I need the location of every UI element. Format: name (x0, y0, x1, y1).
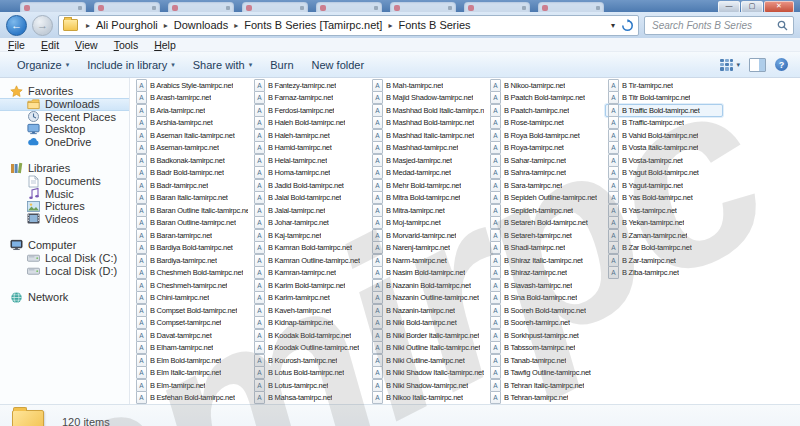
file-item[interactable]: B Vosta-tamirpc.net (605, 154, 723, 167)
file-item[interactable]: B Mitra-tamirpc.net (369, 204, 487, 217)
file-item[interactable]: B Traffic-tamirpc.net (605, 117, 723, 130)
file-item[interactable]: B Yagut-tamirpc.net (605, 179, 723, 192)
file-item[interactable]: B Sahar-tamirpc.net (487, 154, 605, 167)
menu-item-help[interactable]: Help (154, 39, 176, 51)
file-item[interactable]: B Lotus-tamirpc.net (251, 379, 369, 392)
file-item[interactable]: B Jadid Bold-tamirpc.net (251, 179, 369, 192)
minimize-button[interactable]: — (718, 1, 740, 12)
file-item[interactable]: B Niki Outline Italic-tamirpc.net (369, 342, 487, 355)
file-item[interactable]: B Paatch Bold-tamirpc.net (487, 92, 605, 105)
file-item[interactable]: B Esfehan Bold-tamirpc.net (133, 392, 251, 405)
file-item[interactable]: B Badr-tamirpc.net (133, 179, 251, 192)
file-item[interactable]: B Ferdosi-tamirpc.net (251, 104, 369, 117)
file-item[interactable]: B Rose-tamirpc.net (487, 117, 605, 130)
file-item[interactable]: B Masjed-tamirpc.net (369, 154, 487, 167)
file-item[interactable]: B Tehran-tamirpc.net (487, 392, 605, 405)
file-item[interactable]: B Tanab-tamirpc.net (487, 354, 605, 367)
file-item[interactable]: B Zaman-tamirpc.net (605, 229, 723, 242)
file-item[interactable]: B Bardiya-tamirpc.net (133, 254, 251, 267)
file-item[interactable]: B Haleh-tamirpc.net (251, 129, 369, 142)
file-item[interactable]: B Mahsa-tamirpc.net (251, 392, 369, 405)
file-item[interactable]: B Narm-tamirpc.net (369, 254, 487, 267)
file-item[interactable]: B Kamran-tamirpc.net (251, 267, 369, 280)
breadcrumb-segment[interactable]: Fonts B Series [Tamirpc.net] (242, 18, 384, 32)
file-item[interactable]: B Nikoo-tamirpc.net (487, 79, 605, 92)
sidebar-item-documents[interactable]: Documents (0, 175, 129, 188)
breadcrumb[interactable]: ▸Ali Pourgholi▸Downloads▸Fonts B Series … (58, 15, 639, 36)
file-item[interactable]: B Arash-tamirpc.net (133, 92, 251, 105)
file-item[interactable]: B Sara-tamirpc.net (487, 179, 605, 192)
file-item[interactable]: B Karim Bold-tamirpc.net (251, 279, 369, 292)
file-item[interactable]: B Niki Outline-tamirpc.net (369, 354, 487, 367)
menu-item-edit[interactable]: Edit (41, 39, 59, 51)
file-item[interactable]: B Nazanin-tamirpc.net (369, 304, 487, 317)
file-item[interactable]: B Shiraz Italic-tamirpc.net (487, 254, 605, 267)
file-item[interactable]: B Elm-tamirpc.net (133, 379, 251, 392)
file-item[interactable]: B Vahid Bold-tamirpc.net (605, 129, 723, 142)
sidebar-item-recent-places[interactable]: Recent Places (0, 111, 129, 124)
file-item[interactable]: B Ziba-tamirpc.net (605, 267, 723, 280)
file-item[interactable]: B Mehr Bold-tamirpc.net (369, 179, 487, 192)
file-item[interactable]: B Majid Shadow-tamirpc.net (369, 92, 487, 105)
file-item[interactable]: B Koodak Bold-tamirpc.net (251, 329, 369, 342)
file-item[interactable]: B Cheshmeh Bold-tamirpc.net (133, 267, 251, 280)
file-item[interactable]: B Chini-tamirpc.net (133, 292, 251, 305)
file-item[interactable]: B Kamran Outline-tamirpc.net (251, 254, 369, 267)
file-item[interactable]: B Titr Bold-tamirpc.net (605, 92, 723, 105)
file-item[interactable]: B Tabssom-tamirpc.net (487, 342, 605, 355)
toolbar-button-new-folder[interactable]: New folder (303, 56, 374, 74)
file-item[interactable]: B Mitra Bold-tamirpc.net (369, 192, 487, 205)
sidebar-item-favorites[interactable]: Favorites (0, 84, 129, 98)
file-item[interactable]: B Niki Border Italic-tamirpc.net (369, 329, 487, 342)
file-item[interactable]: B Tehran Italic-tamirpc.net (487, 379, 605, 392)
menu-item-tools[interactable]: Tools (114, 39, 139, 51)
file-item[interactable]: B Mashhad Italic-tamirpc.net (369, 129, 487, 142)
maximize-button[interactable]: ▢ (741, 1, 763, 12)
sidebar-item-computer[interactable]: Computer (0, 238, 129, 252)
sidebar-item-libraries[interactable]: Libraries (0, 161, 129, 175)
menu-item-view[interactable]: View (75, 39, 98, 51)
file-item[interactable]: B Aseman-tamirpc.net (133, 142, 251, 155)
file-item[interactable]: B Moj-tamirpc.net (369, 217, 487, 230)
file-item[interactable]: B Sepideh-tamirpc.net (487, 204, 605, 217)
file-item[interactable]: B Baran Outline-tamirpc.net (133, 217, 251, 230)
file-item[interactable]: B Kaveh-tamirpc.net (251, 304, 369, 317)
file-item[interactable]: B Tir-tamirpc.net (605, 79, 723, 92)
file-item[interactable]: B Davat-tamirpc.net (133, 329, 251, 342)
file-item[interactable]: B Aria-tamirpc.net (133, 104, 251, 117)
file-item[interactable]: B Koodak Outline-tamirpc.net (251, 342, 369, 355)
file-item[interactable]: B Setareh Bold-tamirpc.net (487, 217, 605, 230)
sidebar-item-desktop[interactable]: Desktop (0, 123, 129, 136)
toolbar-button-share-with[interactable]: Share with▾ (184, 56, 262, 74)
sidebar-item-videos[interactable]: Videos (0, 213, 129, 226)
file-item[interactable]: B Jalal Bold-tamirpc.net (251, 192, 369, 205)
file-item[interactable]: B Baran Italic-tamirpc.net (133, 192, 251, 205)
sidebar-item-network[interactable]: Network (0, 290, 129, 304)
file-item[interactable]: B Lotus Bold-tamirpc.net (251, 367, 369, 380)
file-item[interactable]: B Roya Bold-tamirpc.net (487, 129, 605, 142)
file-item[interactable]: B Aseman Italic-tamirpc.net (133, 129, 251, 142)
file-item[interactable]: B Arabics Style-tamirpc.net (133, 79, 251, 92)
search-icon[interactable] (777, 20, 788, 31)
file-item[interactable]: B Sooreh-tamirpc.net (487, 317, 605, 330)
file-item[interactable]: B Baran-tamirpc.net (133, 229, 251, 242)
sidebar-item-onedrive[interactable]: OneDrive (0, 136, 129, 149)
file-item[interactable]: B Mah-tamirpc.net (369, 79, 487, 92)
file-item[interactable]: B Paatch-tamirpc.net (487, 104, 605, 117)
file-item[interactable]: B Siavash-tamirpc.net (487, 279, 605, 292)
file-item[interactable]: B Kamran Bold-tamirpc.net (251, 242, 369, 255)
file-item[interactable]: B Traffic Bold-tamirpc.net (605, 104, 723, 117)
file-item[interactable]: B Nikoo Italic-tamirpc.net (369, 392, 487, 405)
refresh-icon[interactable] (621, 19, 634, 32)
preview-pane-button[interactable] (749, 58, 766, 72)
sidebar-item-local-disk-d[interactable]: Local Disk (D:) (0, 265, 129, 278)
file-item[interactable]: B Nasim Bold-tamirpc.net (369, 267, 487, 280)
sidebar-item-pictures[interactable]: Pictures (0, 200, 129, 213)
back-button[interactable]: ← (6, 15, 27, 36)
file-item[interactable]: B Elm Italic-tamirpc.net (133, 367, 251, 380)
file-item[interactable]: B Morvarid-tamirpc.net (369, 229, 487, 242)
toolbar-button-organize[interactable]: Organize▾ (8, 56, 78, 74)
file-item[interactable]: B Setareh-tamirpc.net (487, 229, 605, 242)
file-item[interactable]: B Shadi-tamirpc.net (487, 242, 605, 255)
file-item[interactable]: B Niki Bold-tamirpc.net (369, 317, 487, 330)
